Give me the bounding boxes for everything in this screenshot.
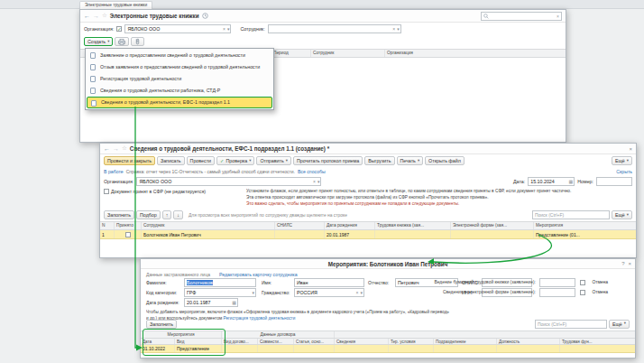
table-row[interactable]: 1 Болотников Иван Петрович 20.01.1987 Пр… <box>100 230 636 239</box>
column-header-electronic[interactable]: Электронной форме (зая... <box>451 222 534 229</box>
column-header-num[interactable]: N <box>100 222 115 229</box>
first-name-field[interactable]: Иван <box>294 278 364 287</box>
read-protocol-button[interactable]: Прочитать протокол приема <box>293 156 363 165</box>
column-header-events[interactable]: Мероприятия <box>534 222 636 229</box>
clear-icon[interactable]: × <box>223 26 225 32</box>
citizenship-field[interactable]: РОССИЯ×▾ <box>294 288 364 297</box>
date-field[interactable]: 15.10.2024 ▦ <box>528 177 575 186</box>
attachments-button[interactable] <box>131 37 144 46</box>
column-header-employee[interactable]: Сотрудник <box>311 50 385 57</box>
status-state-link[interactable]: В работе <box>104 169 124 174</box>
fill-button[interactable]: Заполнить <box>104 210 134 219</box>
column-header-date[interactable]: Дата <box>141 339 175 344</box>
clear-icon[interactable]: × <box>313 179 316 184</box>
column-header-article[interactable]: Статья, осно... <box>294 339 335 344</box>
list-search-input[interactable]: × <box>481 12 562 21</box>
help-icon[interactable]: ? <box>621 261 624 266</box>
column-header-contract-kind[interactable]: Вид догово... <box>222 339 258 344</box>
clear-search-icon[interactable]: × <box>557 14 559 19</box>
favorite-star-icon[interactable]: ☆ <box>102 13 107 19</box>
column-header-parttime[interactable]: Совмести... <box>258 339 294 344</box>
open-file-button[interactable]: Открыть файл <box>425 156 465 165</box>
history-clock-icon[interactable] <box>202 13 208 19</box>
close-icon[interactable]: × <box>628 261 631 266</box>
forward-icon[interactable]: → <box>93 13 99 19</box>
clear-icon[interactable]: × <box>392 26 395 32</box>
create-button[interactable]: Создать ▾ <box>84 37 113 46</box>
back-icon[interactable]: ← <box>84 13 90 19</box>
column-header-employee[interactable]: Сотрудник <box>142 222 275 229</box>
organization-combo[interactable]: ЯБЛОКО ООО ×▾ <box>124 24 231 33</box>
all-ways-link[interactable]: Все способы <box>298 169 326 174</box>
column-header-accepted[interactable]: Принято <box>115 222 142 229</box>
dialog-search-input[interactable]: Поиск (Ctrl+F) <box>535 320 607 329</box>
column-header-position[interactable]: Должность <box>497 339 560 344</box>
electronic-field[interactable] <box>539 288 575 297</box>
chevron-down-icon[interactable]: ▾ <box>397 26 400 32</box>
send-button[interactable]: Отправить▾ <box>256 156 290 165</box>
edit-card-link[interactable]: Редактировать карточку сотрудника <box>219 272 298 277</box>
accepted-checkbox[interactable] <box>104 189 109 194</box>
row-accepted-checkbox[interactable] <box>125 232 131 237</box>
organization-filter-checkbox[interactable]: ✓ <box>116 26 122 32</box>
menu-item-application[interactable]: Заявление о предоставлении сведений о тр… <box>87 50 272 61</box>
table-search-input[interactable]: Поиск (Ctrl+F) <box>532 210 610 219</box>
category-field[interactable]: ГРФ▾ <box>184 288 256 297</box>
more-label: Ещё <box>612 321 622 327</box>
chevron-down-icon[interactable]: ▾ <box>252 290 254 295</box>
menu-item-efs1[interactable]: Сведения о трудовой деятельности, ЕФС-1 … <box>87 97 272 108</box>
move-up-button[interactable]: ↑ <box>162 210 172 219</box>
menu-item-registration[interactable]: Регистрация трудовой деятельности <box>87 73 272 85</box>
calendar-icon[interactable]: ▦ <box>232 300 236 305</box>
post-and-close-button[interactable]: Провести и закрыть <box>104 156 155 165</box>
column-header-paper-book[interactable]: Трудовая книжка (зая... <box>375 222 451 229</box>
table-command-bar: Заполнить Подбор ↑ ↓ Для просмотра всех … <box>104 209 632 220</box>
chevron-down-icon[interactable]: ▾ <box>227 26 230 32</box>
check-button[interactable]: ✓Проверка▾ <box>216 156 254 165</box>
favorite-star-icon[interactable]: ☆ <box>122 145 127 152</box>
post-button[interactable]: Провести <box>187 156 215 165</box>
column-header-birth[interactable]: Дата рождения <box>325 222 375 229</box>
category-controls: ▾ <box>252 289 254 296</box>
paper-book-field[interactable] <box>539 278 575 287</box>
back-icon[interactable]: ← <box>104 145 110 152</box>
move-down-button[interactable]: ↓ <box>173 210 183 219</box>
menu-item-application-recall[interactable]: Отзыв заявления о предоставлении сведени… <box>87 61 272 73</box>
dialog-more-button[interactable]: Ещё▾ <box>609 320 630 329</box>
app-tab[interactable]: Электронные трудовые книжки <box>79 1 152 9</box>
print-button[interactable]: Печать▾ <box>397 156 424 165</box>
pick-button[interactable]: Подбор <box>136 210 161 219</box>
more-button[interactable]: Ещё▾ <box>612 156 632 165</box>
export-button[interactable]: Выгрузить <box>364 156 394 165</box>
save-button[interactable]: Записать <box>157 156 185 165</box>
employee-combo[interactable]: ×▾ <box>268 24 401 33</box>
clear-icon[interactable]: × <box>356 290 359 295</box>
column-header-period[interactable]: Период <box>271 50 311 57</box>
menu-item-std-r[interactable]: Сведения о трудовой деятельности работни… <box>87 85 272 97</box>
forward-icon[interactable]: → <box>113 145 119 152</box>
column-header-organization[interactable]: Организация <box>385 50 566 57</box>
column-header-department[interactable]: Подразделение <box>434 339 497 344</box>
event-row[interactable]: 01.10.2022 Представление <box>141 345 635 353</box>
electronic-cancel-checkbox[interactable] <box>580 290 585 295</box>
dialog-fill-button[interactable]: Заполнить <box>146 320 177 329</box>
insured-section-label: Данные застрахованного лица <box>146 272 210 277</box>
paper-cancel-checkbox[interactable] <box>580 280 585 285</box>
column-header-info[interactable]: Сведения <box>335 339 389 344</box>
table-more-button[interactable]: Ещё▾ <box>612 210 632 219</box>
close-icon[interactable]: × <box>629 146 632 152</box>
column-header-kind[interactable]: Вид <box>175 339 222 344</box>
chevron-down-icon[interactable]: ▾ <box>317 179 320 184</box>
print-button[interactable] <box>115 37 129 46</box>
chevron-down-icon[interactable]: ▾ <box>360 290 363 295</box>
calendar-icon[interactable]: ▦ <box>568 179 573 184</box>
column-header-function[interactable]: Трудовая фун... <box>560 339 635 344</box>
organization-combo[interactable]: ЯБЛОКО ООО ×▾ <box>136 177 321 186</box>
cell-accepted[interactable] <box>115 230 142 238</box>
column-header-snils[interactable]: СНИЛС <box>275 222 325 229</box>
column-header-territory[interactable]: Тер. условия <box>389 339 434 344</box>
number-field[interactable] <box>596 177 632 186</box>
last-name-field[interactable]: Болотников <box>184 278 256 287</box>
hide-hint-link[interactable]: Скрыть <box>616 169 632 174</box>
birth-date-field[interactable]: 20.01.1987▦ <box>184 298 238 307</box>
